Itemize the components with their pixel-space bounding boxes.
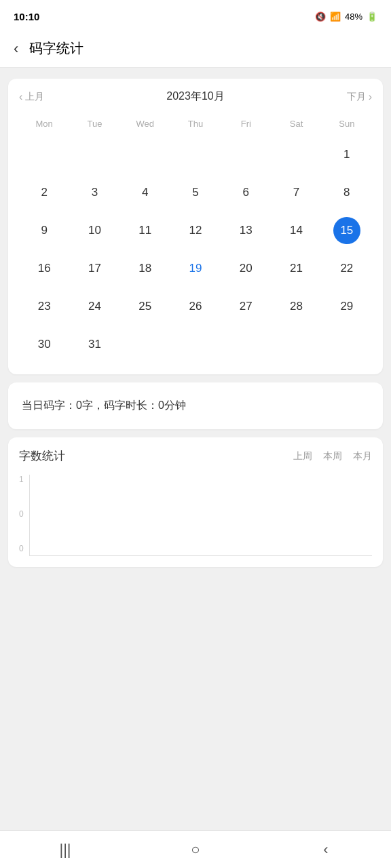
day-cell-22[interactable]: 22 xyxy=(340,262,353,275)
weekday-sun: Sun xyxy=(322,115,372,133)
day-cell-27[interactable]: 27 xyxy=(240,300,253,313)
day-wrapper[interactable]: 7 xyxy=(271,174,321,212)
day-wrapper[interactable]: 17 xyxy=(69,250,119,288)
day-cell-31[interactable]: 31 xyxy=(88,338,101,351)
day-cell-24[interactable]: 24 xyxy=(88,300,101,313)
nav-back-button[interactable]: ‹ xyxy=(299,836,353,863)
day-cell-28[interactable]: 28 xyxy=(290,300,303,313)
chart-y-labels: 1 0 0 xyxy=(19,475,24,556)
day-cell-1[interactable]: 1 xyxy=(343,148,350,161)
chart-area: 1 0 0 xyxy=(19,475,372,556)
prev-month-label: 上月 xyxy=(25,91,44,103)
period-tabs: 上周 本周 本月 xyxy=(293,450,372,462)
day-wrapper[interactable]: 30 xyxy=(19,326,69,363)
prev-arrow-icon: ‹ xyxy=(19,91,22,103)
day-cell-25[interactable]: 25 xyxy=(138,300,151,313)
day-cell-30[interactable]: 30 xyxy=(38,338,51,351)
calendar-month-title: 2023年10月 xyxy=(166,90,224,104)
day-cell-10[interactable]: 10 xyxy=(88,224,101,237)
main-content: ‹ 上月 2023年10月 下月 › Mon Tue Wed Thu Fri S… xyxy=(0,68,391,578)
day-cell-20[interactable]: 20 xyxy=(240,262,253,275)
day-wrapper[interactable]: 31 xyxy=(69,326,119,363)
bottom-nav: ||| ○ ‹ xyxy=(0,830,391,868)
status-bar: 10:10 🔇 📶 48% 🔋 xyxy=(0,0,391,30)
day-cell-13[interactable]: 13 xyxy=(240,224,253,237)
prev-month-button[interactable]: ‹ 上月 xyxy=(19,91,44,103)
day-wrapper[interactable]: 3 xyxy=(69,174,119,212)
day-wrapper[interactable]: 16 xyxy=(19,250,69,288)
day-cell-21[interactable]: 21 xyxy=(290,262,303,275)
day-wrapper[interactable]: 28 xyxy=(271,288,321,326)
weekday-headers: Mon Tue Wed Thu Fri Sat Sun xyxy=(19,115,372,133)
tab-last-week[interactable]: 上周 xyxy=(293,450,312,462)
day-wrapper[interactable]: 15 xyxy=(322,212,372,250)
day-wrapper[interactable]: 2 xyxy=(19,174,69,212)
day-wrapper[interactable]: 14 xyxy=(271,212,321,250)
day-wrapper[interactable]: 22 xyxy=(322,250,372,288)
weekday-sat: Sat xyxy=(271,115,321,133)
day-cell-16[interactable]: 16 xyxy=(38,262,51,275)
weekday-thu: Thu xyxy=(170,115,221,133)
weekday-wed: Wed xyxy=(120,115,170,133)
chart-y-label-bot: 0 xyxy=(19,544,24,553)
day-cell-3[interactable]: 3 xyxy=(92,186,98,199)
page-header: ‹ 码字统计 xyxy=(0,30,391,68)
word-count-header: 字数统计 上周 本周 本月 xyxy=(19,448,372,464)
day-cell-9[interactable]: 9 xyxy=(41,224,47,237)
day-wrapper[interactable]: 8 xyxy=(322,174,372,212)
day-cell-5[interactable]: 5 xyxy=(192,186,198,199)
home-button[interactable]: ○ xyxy=(168,836,223,863)
day-cell-6[interactable]: 6 xyxy=(243,186,249,199)
day-cell-18[interactable]: 18 xyxy=(138,262,151,275)
chart-y-label-mid: 0 xyxy=(19,509,24,519)
day-wrapper[interactable]: 21 xyxy=(271,250,321,288)
day-wrapper[interactable]: 4 xyxy=(120,174,170,212)
daily-stats-card: 当日码字：0字，码字时长：0分钟 xyxy=(8,382,383,429)
day-cell-2[interactable]: 2 xyxy=(41,186,47,199)
day-wrapper[interactable]: 5 xyxy=(170,174,221,212)
tab-this-week[interactable]: 本周 xyxy=(323,450,342,462)
day-wrapper[interactable]: 9 xyxy=(19,212,69,250)
day-wrapper[interactable]: 24 xyxy=(69,288,119,326)
day-wrapper[interactable]: 23 xyxy=(19,288,69,326)
status-time: 10:10 xyxy=(14,11,39,22)
battery-text: 48% xyxy=(345,12,362,22)
day-cell-15[interactable]: 15 xyxy=(333,217,360,244)
word-count-title: 字数统计 xyxy=(19,448,65,464)
day-wrapper[interactable]: 26 xyxy=(170,288,221,326)
daily-stats-text: 当日码字：0字，码字时长：0分钟 xyxy=(19,393,372,418)
day-cell-7[interactable]: 7 xyxy=(293,186,299,199)
day-wrapper[interactable]: 29 xyxy=(322,288,372,326)
day-cell-8[interactable]: 8 xyxy=(343,186,350,199)
day-wrapper[interactable]: 25 xyxy=(120,288,170,326)
day-cell-23[interactable]: 23 xyxy=(38,300,51,313)
tab-this-month[interactable]: 本月 xyxy=(353,450,372,462)
calendar-header: ‹ 上月 2023年10月 下月 › xyxy=(19,90,372,104)
day-wrapper[interactable]: 1 xyxy=(322,136,372,174)
back-button[interactable]: ‹ xyxy=(14,40,18,58)
day-wrapper[interactable]: 13 xyxy=(221,212,271,250)
day-wrapper[interactable]: 19 xyxy=(170,250,221,288)
mute-icon: 🔇 xyxy=(315,12,326,22)
day-wrapper[interactable]: 6 xyxy=(221,174,271,212)
day-cell-29[interactable]: 29 xyxy=(340,300,353,313)
chart-bars xyxy=(29,475,372,556)
day-cell-4[interactable]: 4 xyxy=(142,186,148,199)
day-cell-12[interactable]: 12 xyxy=(189,224,202,237)
weekday-tue: Tue xyxy=(69,115,119,133)
day-cell-19[interactable]: 19 xyxy=(189,262,202,275)
day-wrapper[interactable]: 27 xyxy=(221,288,271,326)
day-wrapper[interactable]: 11 xyxy=(120,212,170,250)
day-cell-26[interactable]: 26 xyxy=(189,300,202,313)
next-month-button[interactable]: 下月 › xyxy=(347,91,372,103)
day-cell-11[interactable]: 11 xyxy=(138,224,151,237)
day-wrapper[interactable]: 18 xyxy=(120,250,170,288)
word-count-card: 字数统计 上周 本周 本月 1 0 0 xyxy=(8,437,383,567)
battery-icon: 🔋 xyxy=(367,12,377,22)
day-cell-17[interactable]: 17 xyxy=(88,262,101,275)
recent-apps-button[interactable]: ||| xyxy=(38,836,92,863)
day-cell-14[interactable]: 14 xyxy=(290,224,303,237)
day-wrapper[interactable]: 12 xyxy=(170,212,221,250)
day-wrapper[interactable]: 10 xyxy=(69,212,119,250)
day-wrapper[interactable]: 20 xyxy=(221,250,271,288)
